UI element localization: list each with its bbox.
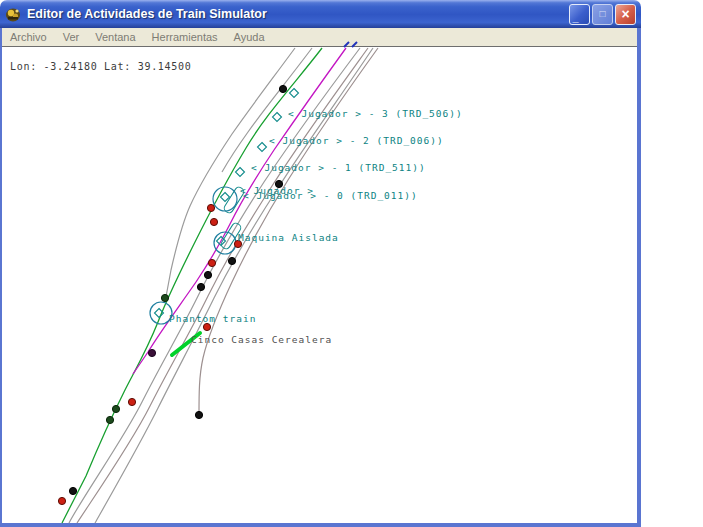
menu-item-archivo[interactable]: Archivo — [2, 31, 55, 43]
close-button[interactable]: × — [615, 4, 636, 25]
window-controls: _□× — [569, 4, 636, 25]
minimize-button[interactable]: _ — [569, 4, 590, 25]
app-icon — [5, 6, 22, 23]
menu-item-ayuda[interactable]: Ayuda — [226, 31, 273, 43]
window-border-right — [637, 28, 641, 527]
menu-bar: ArchivoVerVentanaHerramientasAyuda — [2, 28, 637, 46]
train-object-label[interactable]: Maquina Aislada — [238, 233, 339, 243]
window-title: Editor de Actividades de Train Simulator — [27, 7, 569, 21]
window-border-bottom — [0, 523, 641, 527]
maximize-button[interactable]: □ — [592, 4, 613, 25]
train-object-label[interactable]: Phantom train — [169, 314, 256, 324]
train-object-label[interactable]: < Jugador > - 1 (TRD_511)) — [251, 163, 426, 173]
menu-item-ventana[interactable]: Ventana — [87, 31, 143, 43]
train-object-label[interactable]: < Jugador > - 3 (TRD_506)) — [288, 109, 463, 119]
title-bar[interactable]: Editor de Actividades de Train Simulator… — [0, 0, 641, 28]
menu-item-ver[interactable]: Ver — [55, 31, 88, 43]
close-icon: × — [621, 7, 629, 21]
place-name-label: Cinco Casas Cerealera — [191, 335, 332, 345]
minimize-icon: _ — [572, 12, 578, 23]
coordinates-readout: Lon: -3.24180 Lat: 39.14500 — [10, 61, 191, 72]
maximize-icon: □ — [599, 9, 605, 19]
train-object-label[interactable]: < Jugador > - 0 (TRD_011)) — [243, 191, 418, 201]
menu-item-herramientas[interactable]: Herramientas — [144, 31, 226, 43]
window-border-left — [0, 28, 2, 527]
app-window: Editor de Actividades de Train Simulator… — [0, 0, 641, 527]
train-object-label[interactable]: < Jugador > - 2 (TRD_006)) — [269, 136, 444, 146]
